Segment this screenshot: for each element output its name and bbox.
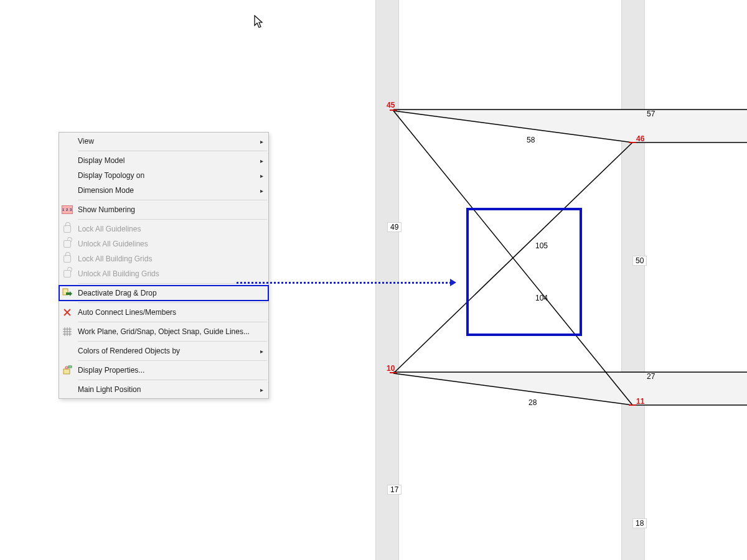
menu-auto-connect-label: Auto Connect Lines/Members <box>75 308 266 317</box>
menu-deactivate-drag-drop-label: Deactivate Drag & Drop <box>75 289 266 297</box>
member-label-27: 27 <box>647 372 655 381</box>
menu-separator <box>78 380 267 380</box>
callout-arrow <box>237 279 456 286</box>
menu-separator <box>78 200 267 200</box>
x-icon <box>59 308 75 317</box>
submenu-arrow-icon: ▸ <box>257 138 266 145</box>
submenu-arrow-icon: ▸ <box>257 348 266 355</box>
menu-lock-building-grids: Lock All Building Grids <box>59 251 268 266</box>
menu-display-topology-label: Display Topology on <box>75 171 257 180</box>
menu-separator <box>78 322 267 322</box>
menu-show-numbering-label: Show Numbering <box>75 205 266 214</box>
menu-lock-building-grids-label: Lock All Building Grids <box>75 254 266 263</box>
menu-view[interactable]: View ▸ <box>59 134 268 149</box>
viewport[interactable]: 49 50 17 18 45 46 10 11 58 57 105 104 28… <box>0 0 747 560</box>
node-tick-45 <box>390 110 397 111</box>
numbering-icon: 1 2 3 <box>62 205 73 214</box>
menu-unlock-building-grids-label: Unlock All Building Grids <box>75 269 266 278</box>
svg-rect-17 <box>68 366 72 368</box>
menu-colors-rendered[interactable]: Colors of Rendered Objects by ▸ <box>59 343 268 358</box>
member-label-57: 57 <box>647 110 655 118</box>
menu-display-model[interactable]: Display Model ▸ <box>59 153 268 168</box>
menu-display-properties-label: Display Properties... <box>75 366 266 375</box>
selection-rectangle <box>466 208 582 336</box>
node-label-11: 11 <box>636 397 644 406</box>
menu-separator <box>78 360 267 361</box>
node-label-10: 10 <box>387 364 395 373</box>
menu-separator <box>78 302 267 303</box>
menu-separator <box>78 341 267 342</box>
menu-view-label: View <box>75 137 257 146</box>
context-menu: View ▸ Display Model ▸ Display Topology … <box>59 132 269 399</box>
node-tick-11 <box>629 404 636 406</box>
menu-display-topology[interactable]: Display Topology on ▸ <box>59 168 268 183</box>
menu-main-light-label: Main Light Position <box>75 385 257 394</box>
menu-display-model-label: Display Model <box>75 156 257 165</box>
menu-unlock-guidelines: Unlock All Guidelines <box>59 236 268 251</box>
svg-rect-15 <box>63 369 70 374</box>
properties-icon <box>62 365 72 375</box>
unlock-icon <box>59 270 75 278</box>
node-tick-46 <box>629 142 636 143</box>
member-label-28: 28 <box>529 398 537 407</box>
menu-unlock-guidelines-label: Unlock All Guidelines <box>75 240 266 248</box>
submenu-arrow-icon: ▸ <box>257 386 266 393</box>
menu-lock-guidelines-label: Lock All Guidelines <box>75 225 266 233</box>
drag-drop-icon <box>62 288 72 298</box>
submenu-arrow-icon: ▸ <box>257 172 266 179</box>
submenu-arrow-icon: ▸ <box>257 157 266 164</box>
menu-colors-rendered-label: Colors of Rendered Objects by <box>75 347 257 355</box>
menu-dimension-mode-label: Dimension Mode <box>75 186 257 195</box>
unlock-icon <box>59 240 75 248</box>
grid-icon <box>63 327 72 336</box>
menu-separator <box>78 151 267 151</box>
menu-main-light[interactable]: Main Light Position ▸ <box>59 382 268 397</box>
svg-point-16 <box>65 366 68 369</box>
menu-work-plane[interactable]: Work Plane, Grid/Snap, Object Snap, Guid… <box>59 324 268 339</box>
menu-auto-connect[interactable]: Auto Connect Lines/Members <box>59 305 268 320</box>
member-label-58: 58 <box>527 136 535 144</box>
menu-display-properties[interactable]: Display Properties... <box>59 363 268 378</box>
lock-icon <box>59 225 75 233</box>
svg-line-0 <box>393 111 632 142</box>
menu-deactivate-drag-drop[interactable]: Deactivate Drag & Drop <box>59 286 268 301</box>
svg-line-3 <box>393 373 632 405</box>
menu-work-plane-label: Work Plane, Grid/Snap, Object Snap, Guid… <box>75 327 266 336</box>
menu-separator <box>78 219 267 220</box>
menu-show-numbering[interactable]: 1 2 3 Show Numbering <box>59 202 268 217</box>
node-label-46: 46 <box>636 134 644 143</box>
menu-lock-guidelines: Lock All Guidelines <box>59 222 268 236</box>
menu-dimension-mode[interactable]: Dimension Mode ▸ <box>59 183 268 198</box>
submenu-arrow-icon: ▸ <box>257 187 266 194</box>
node-label-45: 45 <box>387 101 395 110</box>
lock-icon <box>59 255 75 263</box>
